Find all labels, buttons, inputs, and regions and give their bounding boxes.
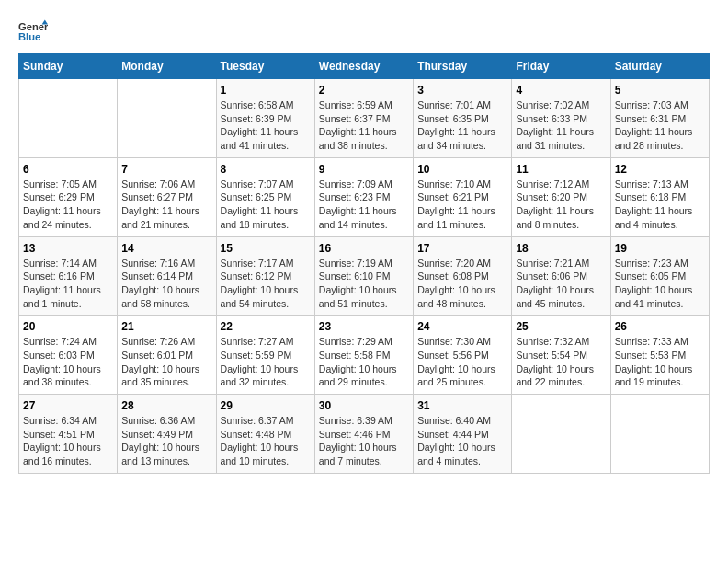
- day-detail: Sunrise: 6:37 AMSunset: 4:48 PMDaylight:…: [221, 414, 311, 468]
- day-number: 6: [23, 163, 113, 176]
- day-detail: Sunrise: 7:23 AMSunset: 6:05 PMDaylight:…: [615, 257, 705, 311]
- day-number: 28: [121, 399, 211, 412]
- header-row: SundayMondayTuesdayWednesdayThursdayFrid…: [19, 54, 710, 79]
- calendar-cell: 17Sunrise: 7:20 AMSunset: 6:08 PMDayligh…: [414, 236, 512, 316]
- day-number: 14: [121, 242, 211, 255]
- day-detail: Sunrise: 7:21 AMSunset: 6:06 PMDaylight:…: [516, 257, 606, 311]
- day-detail: Sunrise: 7:24 AMSunset: 6:03 PMDaylight:…: [23, 335, 113, 389]
- day-detail: Sunrise: 6:34 AMSunset: 4:51 PMDaylight:…: [23, 414, 113, 468]
- header: General Blue: [18, 18, 710, 44]
- calendar-week-row: 1Sunrise: 6:58 AMSunset: 6:39 PMDaylight…: [19, 79, 710, 158]
- day-detail: Sunrise: 6:39 AMSunset: 4:46 PMDaylight:…: [319, 414, 409, 468]
- logo-icon: General Blue: [18, 18, 48, 44]
- calendar-cell: 23Sunrise: 7:29 AMSunset: 5:58 PMDayligh…: [314, 316, 413, 395]
- day-number: 16: [319, 242, 409, 255]
- day-number: 29: [221, 399, 311, 412]
- day-number: 20: [23, 320, 113, 333]
- calendar-cell: 15Sunrise: 7:17 AMSunset: 6:12 PMDayligh…: [216, 236, 314, 316]
- day-number: 4: [516, 84, 606, 97]
- day-detail: Sunrise: 7:10 AMSunset: 6:21 PMDaylight:…: [417, 178, 507, 232]
- calendar-cell: [610, 395, 709, 474]
- calendar-cell: 3Sunrise: 7:01 AMSunset: 6:35 PMDaylight…: [414, 79, 512, 158]
- day-header: Wednesday: [314, 54, 413, 79]
- day-number: 24: [417, 320, 507, 333]
- day-number: 7: [121, 163, 211, 176]
- calendar-cell: 7Sunrise: 7:06 AMSunset: 6:27 PMDaylight…: [118, 157, 216, 236]
- day-detail: Sunrise: 7:17 AMSunset: 6:12 PMDaylight:…: [221, 257, 311, 311]
- day-detail: Sunrise: 7:12 AMSunset: 6:20 PMDaylight:…: [516, 178, 606, 232]
- day-number: 5: [615, 84, 705, 97]
- day-number: 17: [417, 242, 507, 255]
- day-detail: Sunrise: 7:14 AMSunset: 6:16 PMDaylight:…: [23, 257, 113, 311]
- day-detail: Sunrise: 7:05 AMSunset: 6:29 PMDaylight:…: [23, 178, 113, 232]
- day-header: Saturday: [610, 54, 709, 79]
- day-detail: Sunrise: 7:20 AMSunset: 6:08 PMDaylight:…: [417, 257, 507, 311]
- calendar-cell: 30Sunrise: 6:39 AMSunset: 4:46 PMDayligh…: [314, 395, 413, 474]
- day-detail: Sunrise: 7:13 AMSunset: 6:18 PMDaylight:…: [615, 178, 705, 232]
- calendar-cell: 12Sunrise: 7:13 AMSunset: 6:18 PMDayligh…: [610, 157, 709, 236]
- day-detail: Sunrise: 7:27 AMSunset: 5:59 PMDaylight:…: [221, 335, 311, 389]
- day-number: 22: [221, 320, 311, 333]
- day-number: 9: [319, 163, 409, 176]
- day-detail: Sunrise: 7:19 AMSunset: 6:10 PMDaylight:…: [319, 257, 409, 311]
- day-detail: Sunrise: 6:58 AMSunset: 6:39 PMDaylight:…: [221, 98, 311, 153]
- day-detail: Sunrise: 7:30 AMSunset: 5:56 PMDaylight:…: [417, 335, 507, 389]
- day-detail: Sunrise: 7:32 AMSunset: 5:54 PMDaylight:…: [516, 335, 606, 389]
- calendar-cell: 5Sunrise: 7:03 AMSunset: 6:31 PMDaylight…: [610, 79, 709, 158]
- day-number: 26: [615, 320, 705, 333]
- day-number: 31: [417, 399, 507, 412]
- day-detail: Sunrise: 7:16 AMSunset: 6:14 PMDaylight:…: [121, 257, 211, 311]
- day-detail: Sunrise: 7:09 AMSunset: 6:23 PMDaylight:…: [319, 178, 409, 232]
- calendar-cell: 2Sunrise: 6:59 AMSunset: 6:37 PMDaylight…: [314, 79, 413, 158]
- calendar-cell: 4Sunrise: 7:02 AMSunset: 6:33 PMDaylight…: [512, 79, 610, 158]
- day-number: 13: [23, 242, 113, 255]
- calendar-cell: 28Sunrise: 6:36 AMSunset: 4:49 PMDayligh…: [118, 395, 216, 474]
- day-header: Sunday: [19, 54, 118, 79]
- day-number: 10: [417, 163, 507, 176]
- calendar-cell: 25Sunrise: 7:32 AMSunset: 5:54 PMDayligh…: [512, 316, 610, 395]
- day-number: 18: [516, 242, 606, 255]
- calendar-cell: 31Sunrise: 6:40 AMSunset: 4:44 PMDayligh…: [414, 395, 512, 474]
- day-header: Friday: [512, 54, 610, 79]
- day-detail: Sunrise: 7:06 AMSunset: 6:27 PMDaylight:…: [121, 178, 211, 232]
- day-number: 19: [615, 242, 705, 255]
- day-detail: Sunrise: 7:29 AMSunset: 5:58 PMDaylight:…: [319, 335, 409, 389]
- calendar-cell: 18Sunrise: 7:21 AMSunset: 6:06 PMDayligh…: [512, 236, 610, 316]
- day-number: 12: [615, 163, 705, 176]
- day-detail: Sunrise: 7:26 AMSunset: 6:01 PMDaylight:…: [121, 335, 211, 389]
- calendar-cell: 6Sunrise: 7:05 AMSunset: 6:29 PMDaylight…: [19, 157, 118, 236]
- day-detail: Sunrise: 7:03 AMSunset: 6:31 PMDaylight:…: [615, 98, 705, 153]
- day-detail: Sunrise: 7:07 AMSunset: 6:25 PMDaylight:…: [221, 178, 311, 232]
- calendar-cell: 20Sunrise: 7:24 AMSunset: 6:03 PMDayligh…: [19, 316, 118, 395]
- day-number: 15: [221, 242, 311, 255]
- calendar-cell: 27Sunrise: 6:34 AMSunset: 4:51 PMDayligh…: [19, 395, 118, 474]
- calendar-cell: 22Sunrise: 7:27 AMSunset: 5:59 PMDayligh…: [216, 316, 314, 395]
- day-number: 21: [121, 320, 211, 333]
- day-detail: Sunrise: 7:02 AMSunset: 6:33 PMDaylight:…: [516, 98, 606, 153]
- day-number: 3: [417, 84, 507, 97]
- calendar-cell: 14Sunrise: 7:16 AMSunset: 6:14 PMDayligh…: [118, 236, 216, 316]
- day-number: 25: [516, 320, 606, 333]
- calendar-cell: 24Sunrise: 7:30 AMSunset: 5:56 PMDayligh…: [414, 316, 512, 395]
- calendar-week-row: 6Sunrise: 7:05 AMSunset: 6:29 PMDaylight…: [19, 157, 710, 236]
- day-number: 23: [319, 320, 409, 333]
- calendar-week-row: 27Sunrise: 6:34 AMSunset: 4:51 PMDayligh…: [19, 395, 710, 474]
- calendar-cell: 10Sunrise: 7:10 AMSunset: 6:21 PMDayligh…: [414, 157, 512, 236]
- calendar-table: SundayMondayTuesdayWednesdayThursdayFrid…: [18, 53, 710, 474]
- day-number: 27: [23, 399, 113, 412]
- calendar-cell: [512, 395, 610, 474]
- day-number: 11: [516, 163, 606, 176]
- day-header: Tuesday: [216, 54, 314, 79]
- svg-text:Blue: Blue: [18, 31, 40, 42]
- day-detail: Sunrise: 6:40 AMSunset: 4:44 PMDaylight:…: [417, 414, 507, 468]
- calendar-cell: 21Sunrise: 7:26 AMSunset: 6:01 PMDayligh…: [118, 316, 216, 395]
- calendar-cell: 8Sunrise: 7:07 AMSunset: 6:25 PMDaylight…: [216, 157, 314, 236]
- calendar-cell: 9Sunrise: 7:09 AMSunset: 6:23 PMDaylight…: [314, 157, 413, 236]
- calendar-cell: 26Sunrise: 7:33 AMSunset: 5:53 PMDayligh…: [610, 316, 709, 395]
- calendar-cell: [118, 79, 216, 158]
- calendar-cell: 11Sunrise: 7:12 AMSunset: 6:20 PMDayligh…: [512, 157, 610, 236]
- calendar-cell: [19, 79, 118, 158]
- logo: General Blue: [18, 18, 51, 44]
- calendar-cell: 19Sunrise: 7:23 AMSunset: 6:05 PMDayligh…: [610, 236, 709, 316]
- calendar-cell: 16Sunrise: 7:19 AMSunset: 6:10 PMDayligh…: [314, 236, 413, 316]
